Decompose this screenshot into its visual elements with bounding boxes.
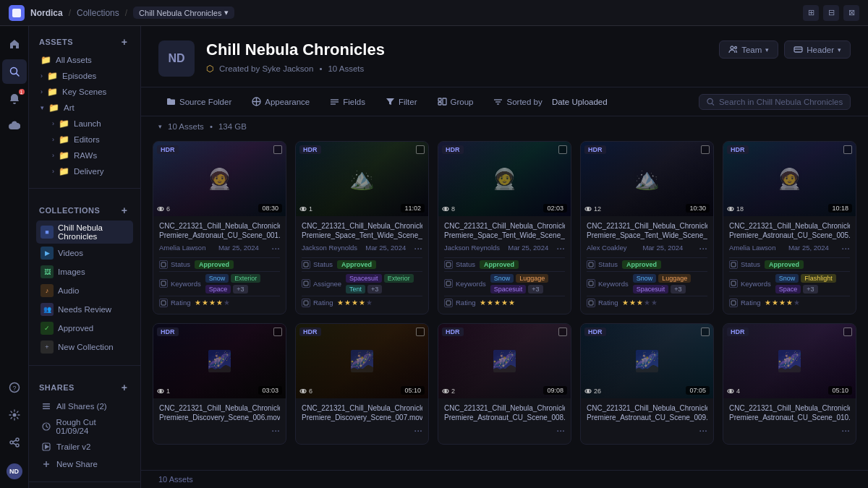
nav-search-icon[interactable] [2,59,27,84]
breadcrumb-current[interactable]: Chill Nebula Chronicles ▾ [133,7,234,19]
sidebar-item-all-assets[interactable]: 📁 All Assets [36,52,133,68]
sidebar-item-launch[interactable]: › 📁 Launch [36,116,133,132]
search-box[interactable] [699,94,851,110]
nav-bell-icon[interactable]: 1 [2,87,27,111]
sidebar: 1 ? ND Assets [0,26,141,488]
asset-card[interactable]: 🏔️ HDR 10:30 12 CNC_221321_Chill_Nebula_… [580,141,714,314]
asset-checkbox[interactable] [558,145,567,154]
asset-options-button[interactable]: ··· [414,242,422,254]
hdr-badge: HDR [584,145,606,154]
asset-checkbox[interactable] [273,328,282,336]
asset-options-button[interactable]: ··· [556,242,565,254]
chevron-icon: ▾ [41,104,44,111]
sidebar-item-chill-nebula[interactable]: ■ Chill Nebula Chronicles [36,221,133,244]
asset-thumbnail: 🧑‍🚀 HDR 08:30 6 [153,142,286,216]
asset-options-button[interactable]: ··· [699,424,707,436]
asset-card[interactable]: 🌌 HDR 07:05 26 CNC_221321_Chill_Nebula_C… [580,323,714,445]
asset-card[interactable]: 🧑‍🚀 HDR 10:18 18 CNC_221321_Chill_Nebula… [723,141,856,314]
shares-new-share-item[interactable]: New Share [36,455,133,473]
nav-question-icon[interactable]: ? [2,375,27,400]
asset-checkbox[interactable] [701,145,710,154]
group-button[interactable]: Group [430,93,482,110]
sidebar-item-key-scenes[interactable]: › 📁 Key Scenes [36,84,133,100]
star-rating[interactable]: ★★★★★ [622,299,658,307]
star-rating[interactable]: ★★★★★ [480,299,515,307]
asset-options-button[interactable]: ··· [556,424,565,436]
asset-checkbox[interactable] [416,145,425,154]
keywords-field-row: Keywords SnowLuggageSpacesuit+3 [587,271,707,296]
user-avatar[interactable]: ND [7,463,22,479]
keywords-label: Assignee [313,280,341,288]
eye-icon [299,205,307,213]
svg-point-21 [731,46,733,49]
asset-options-button[interactable]: ··· [271,242,280,254]
star-rating[interactable]: ★★★★★ [765,299,800,307]
asset-options-button[interactable]: ··· [841,242,850,254]
asset-card[interactable]: 🌌 HDR 05:10 6 CNC_221321_Chill_Nebula_Ch… [295,323,429,445]
collections-add-button[interactable]: + [119,205,130,216]
sidebar-item-delivery[interactable]: › 📁 Delivery [36,163,133,179]
thumb-background: 🌌 HDR 05:10 4 [723,324,856,398]
sidebar-item-art[interactable]: ▾ 📁 Art [36,100,133,116]
keywords-field-icon [729,279,738,288]
filter-icon [386,97,395,106]
nav-share-icon[interactable] [2,430,27,455]
sidebar-item-approved[interactable]: ✓ Approved [36,319,133,338]
asset-checkbox[interactable] [273,145,282,154]
breadcrumb-collections[interactable]: Collections [77,8,119,18]
app-logo[interactable] [9,5,25,21]
layout-icon-2[interactable]: ⊟ [823,5,839,21]
sidebar-item-editors[interactable]: › 📁 Editors [36,132,133,147]
sidebar-item-episodes[interactable]: › 📁 Episodes [36,68,133,84]
sidebar-item-images[interactable]: 🖼 Images [36,262,133,281]
header-button[interactable]: Header ▾ [784,40,851,59]
asset-options-button[interactable]: ··· [414,424,422,436]
asset-checkbox[interactable] [701,328,710,336]
asset-options-button[interactable]: ··· [271,424,280,436]
thumb-figure: 🌌 [207,349,232,373]
sort-button[interactable]: Sorted by Date Uploaded [485,93,615,110]
asset-checkbox[interactable] [843,145,852,154]
shares-add-button[interactable]: + [119,382,130,393]
sidebar-item-new-collection[interactable]: + New Collection [36,338,133,356]
star-rating[interactable]: ★★★★★ [195,299,230,307]
status-field-row: Status Approved [302,257,422,271]
asset-card[interactable]: 🏔️ HDR 11:02 1 CNC_221321_Chill_Nebula_C… [295,141,429,314]
sidebar-item-needs-review[interactable]: 👥 Needs Review [36,300,133,319]
asset-checkbox[interactable] [416,328,425,336]
thumb-background: 🌌 HDR 09:08 2 [438,324,571,398]
nav-settings-icon[interactable] [2,403,27,427]
fields-button[interactable]: Fields [322,93,373,110]
appearance-button[interactable]: Appearance [244,93,318,110]
asset-options-button[interactable]: ··· [841,424,850,436]
asset-card[interactable]: 🌌 HDR 05:10 4 CNC_221321_Chill_Nebula_Ch… [723,323,856,445]
asset-card[interactable]: 🌌 HDR 03:03 1 CNC_221321_Chill_Nebula_Ch… [153,323,286,445]
layout-icon-3[interactable]: ⊠ [843,5,859,21]
assets-chevron[interactable]: ▾ [158,123,162,130]
thumb-background: 🧑‍🚀 HDR 10:18 18 [723,142,856,216]
asset-card[interactable]: 🌌 HDR 09:08 2 CNC_221321_Chill_Nebula_Ch… [438,323,571,445]
asset-card[interactable]: 🧑‍🚀 HDR 08:30 6 CNC_221321_Chill_Nebula_… [153,141,286,314]
team-button[interactable]: Team ▾ [719,40,778,59]
nav-home-icon[interactable] [2,32,27,56]
shares-all-item[interactable]: All Shares (2) [36,398,133,415]
sidebar-item-raws[interactable]: › 📁 RAWs [36,147,133,163]
nav-cloud-icon[interactable] [2,114,27,139]
asset-card[interactable]: 🧑‍🚀 HDR 02:03 8 CNC_221321_Chill_Nebula_… [438,141,571,314]
rating-label: Rating [456,299,475,307]
sidebar-item-videos[interactable]: ▶ Videos [36,244,133,262]
search-input[interactable] [719,98,843,106]
asset-options-button[interactable]: ··· [699,242,707,254]
layout-icon-1[interactable]: ⊞ [803,5,819,21]
filter-button[interactable]: Filter [378,93,425,110]
assets-add-button[interactable]: + [119,36,130,48]
asset-checkbox[interactable] [843,328,852,336]
assets-section-header: Assets + [36,33,133,52]
source-folder-button[interactable]: Source Folder [158,93,239,110]
asset-checkbox[interactable] [558,328,567,336]
shares-trailer-item[interactable]: Trailer v2 [36,438,133,455]
svg-point-22 [735,47,737,49]
sidebar-item-audio[interactable]: ♪ Audio [36,281,133,300]
star-rating[interactable]: ★★★★★ [337,299,373,307]
shares-rough-cut-item[interactable]: Rough Cut 01/09/24 [36,415,133,438]
